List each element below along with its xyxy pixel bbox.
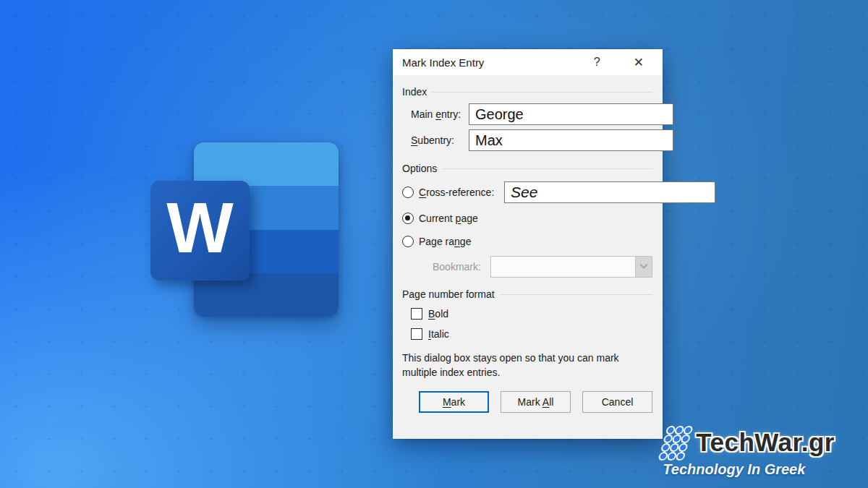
- word-logo: W: [150, 142, 340, 320]
- close-button[interactable]: ✕: [631, 55, 647, 70]
- subentry-row: Subentry:: [402, 129, 652, 151]
- page-number-format-group-header: Page number format: [402, 288, 652, 300]
- help-button[interactable]: ?: [591, 55, 603, 69]
- cross-reference-row: Cross-reference:: [402, 181, 652, 203]
- bookmark-label: Bookmark:: [433, 261, 490, 273]
- main-entry-input[interactable]: [469, 103, 673, 125]
- bold-label[interactable]: Bold: [428, 308, 448, 320]
- group-divider: [432, 92, 652, 93]
- page-number-format-label: Page number format: [402, 288, 495, 300]
- dialog-info-text: This dialog box stays open so that you c…: [402, 351, 652, 380]
- close-icon: ✕: [634, 56, 644, 69]
- subentry-input[interactable]: [469, 129, 673, 151]
- chevron-down-icon[interactable]: [635, 257, 652, 277]
- techwar-dots-icon: [658, 426, 694, 461]
- help-icon: ?: [594, 56, 600, 68]
- mark-index-entry-dialog: Mark Index Entry ? ✕ Index Main entry: S…: [393, 49, 663, 439]
- watermark-tagline: Technology In Greek: [663, 461, 835, 478]
- current-page-label[interactable]: Current page: [419, 213, 478, 224]
- word-doc-stripe: [194, 142, 339, 186]
- word-w-tile: W: [150, 181, 250, 281]
- group-divider: [500, 294, 652, 295]
- page-range-row: Page range: [402, 236, 652, 247]
- index-group-label: Index: [402, 86, 427, 98]
- main-entry-label: Main entry:: [402, 108, 469, 120]
- cross-reference-radio[interactable]: [402, 187, 414, 198]
- italic-label[interactable]: Italic: [428, 328, 449, 340]
- main-entry-row: Main entry:: [402, 103, 652, 125]
- bookmark-row: Bookmark:: [402, 256, 652, 278]
- bold-checkbox[interactable]: [411, 308, 422, 320]
- index-group-header: Index: [402, 86, 652, 98]
- current-page-row: Current page: [402, 213, 652, 224]
- page-range-radio[interactable]: [402, 236, 414, 247]
- techwar-watermark: TechWar.gr Technology In Greek: [663, 424, 835, 478]
- options-group-label: Options: [402, 163, 437, 174]
- cross-reference-input[interactable]: [504, 181, 715, 203]
- group-divider: [442, 168, 652, 169]
- dialog-body: Index Main entry: Subentry: Options Cros…: [393, 75, 663, 413]
- subentry-label: Subentry:: [402, 134, 469, 146]
- mark-all-button[interactable]: Mark All: [501, 391, 571, 413]
- cross-reference-label[interactable]: Cross-reference:: [419, 187, 504, 198]
- mark-button[interactable]: Mark: [419, 391, 489, 413]
- dialog-button-row: Mark Mark All Cancel: [402, 391, 652, 413]
- word-letter: W: [166, 192, 234, 263]
- dialog-titlebar[interactable]: Mark Index Entry ? ✕: [393, 49, 663, 75]
- current-page-radio[interactable]: [402, 213, 414, 224]
- dialog-title: Mark Index Entry: [402, 56, 591, 69]
- page-range-label[interactable]: Page range: [419, 236, 471, 247]
- bold-row: Bold: [402, 308, 652, 320]
- options-group-header: Options: [402, 163, 652, 174]
- italic-checkbox[interactable]: [411, 328, 422, 340]
- bookmark-combobox[interactable]: [490, 256, 652, 278]
- italic-row: Italic: [402, 328, 652, 340]
- cancel-button[interactable]: Cancel: [582, 391, 652, 413]
- watermark-title: TechWar.gr: [696, 428, 835, 457]
